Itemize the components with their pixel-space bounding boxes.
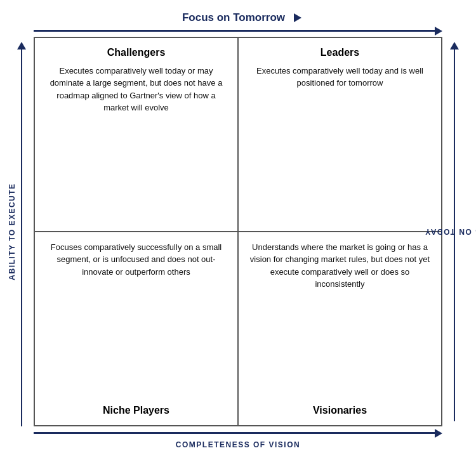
visionaries-title: Visionaries	[313, 405, 367, 416]
bottom-axis-arrow	[34, 429, 442, 438]
top-axis: Focus on Tomorrow	[73, 11, 441, 24]
niche-players-title: Niche Players	[103, 405, 169, 416]
magic-quadrant-container: Focus on Tomorrow ABILITY TO EXECUTE Cha…	[10, 11, 466, 449]
right-arrow-head-up-icon	[450, 42, 459, 49]
leaders-title: Leaders	[321, 47, 359, 58]
quadrant-visionaries: Understands where the market is going or…	[239, 232, 441, 425]
left-axis-arrow	[17, 37, 26, 426]
top-axis-label: Focus on Tomorrow	[182, 11, 285, 24]
right-axis: Focus on Today	[442, 37, 466, 426]
quadrant-challengers: Challengers Executes comparatively well …	[35, 38, 239, 231]
magic-quadrant-grid: Challengers Executes comparatively well …	[34, 37, 442, 426]
visionaries-text: Understands where the market is going or…	[249, 241, 431, 291]
top-axis-line-container	[10, 27, 466, 36]
top-arrow-head	[435, 27, 442, 36]
arrow-head-right-icon	[294, 13, 301, 22]
niche-players-text: Focuses comparatively successfully on a …	[45, 241, 227, 279]
left-axis: ABILITY TO EXECUTE	[10, 37, 34, 426]
right-axis-label: Focus on Today	[425, 227, 476, 236]
bottom-axis-label: COMPLETENESS OF VISION	[176, 440, 300, 449]
bottom-axis: COMPLETENESS OF VISION	[10, 429, 466, 449]
challengers-title: Challengers	[107, 47, 166, 58]
left-axis-line	[21, 49, 23, 426]
quadrant-niche-players: Focuses comparatively successfully on a …	[35, 232, 239, 425]
top-axis-line	[34, 30, 435, 32]
main-area: ABILITY TO EXECUTE Challengers Executes …	[10, 37, 466, 426]
arrow-head-up-icon	[17, 42, 26, 49]
bottom-arrow-head-right-icon	[435, 429, 442, 438]
quadrant-leaders: Leaders Executes comparatively well toda…	[239, 38, 441, 231]
top-axis-arrow	[294, 13, 332, 22]
bottom-axis-line	[34, 432, 435, 434]
leaders-text: Executes comparatively well today and is…	[249, 65, 431, 89]
chart-bottom-row: Focuses comparatively successfully on a …	[35, 232, 441, 425]
chart-top-row: Challengers Executes comparatively well …	[35, 38, 441, 232]
left-axis-label: ABILITY TO EXECUTE	[8, 183, 17, 280]
challengers-text: Executes comparatively well today or may…	[45, 65, 227, 114]
